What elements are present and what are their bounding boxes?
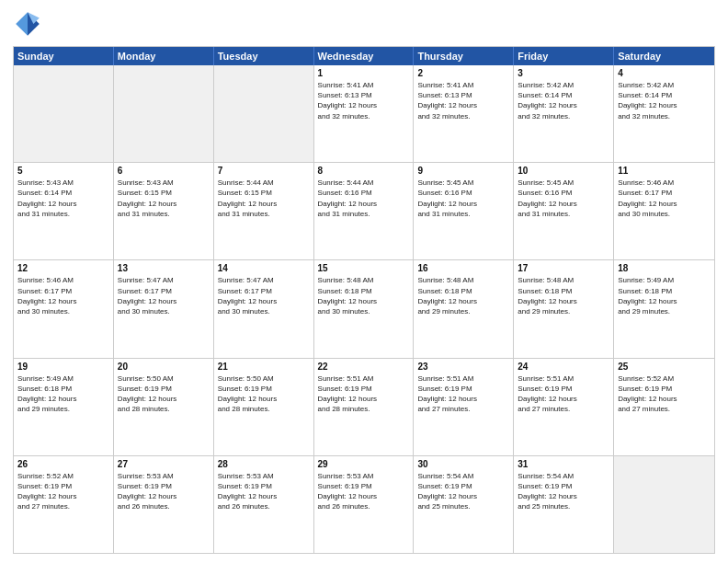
- calendar-cell: [114, 65, 214, 162]
- day-number: 30: [417, 459, 509, 469]
- calendar-cell: 26Sunrise: 5:52 AM Sunset: 6:19 PM Dayli…: [14, 456, 114, 553]
- calendar-cell: 4Sunrise: 5:42 AM Sunset: 6:14 PM Daylig…: [614, 65, 714, 162]
- cell-info: Sunrise: 5:51 AM Sunset: 6:19 PM Dayligh…: [417, 373, 509, 415]
- day-number: 12: [17, 263, 109, 273]
- calendar-cell: 14Sunrise: 5:47 AM Sunset: 6:17 PM Dayli…: [214, 260, 314, 357]
- calendar-row: 26Sunrise: 5:52 AM Sunset: 6:19 PM Dayli…: [14, 456, 714, 553]
- calendar-cell: 21Sunrise: 5:50 AM Sunset: 6:19 PM Dayli…: [214, 359, 314, 455]
- day-number: 9: [417, 166, 509, 176]
- cell-info: Sunrise: 5:41 AM Sunset: 6:13 PM Dayligh…: [417, 80, 509, 121]
- day-number: 1: [318, 68, 410, 78]
- day-number: 13: [118, 263, 210, 273]
- calendar-cell: 20Sunrise: 5:50 AM Sunset: 6:19 PM Dayli…: [114, 359, 214, 455]
- cell-info: Sunrise: 5:48 AM Sunset: 6:18 PM Dayligh…: [518, 275, 609, 316]
- cell-info: Sunrise: 5:54 AM Sunset: 6:19 PM Dayligh…: [518, 471, 609, 512]
- cell-info: Sunrise: 5:52 AM Sunset: 6:19 PM Dayligh…: [618, 373, 711, 415]
- day-number: 14: [218, 263, 310, 273]
- calendar-row: 1Sunrise: 5:41 AM Sunset: 6:13 PM Daylig…: [14, 65, 714, 163]
- calendar-row: 5Sunrise: 5:43 AM Sunset: 6:14 PM Daylig…: [14, 163, 714, 260]
- calendar-cell: 3Sunrise: 5:42 AM Sunset: 6:14 PM Daylig…: [514, 65, 614, 162]
- cell-info: Sunrise: 5:51 AM Sunset: 6:19 PM Dayligh…: [518, 373, 609, 415]
- calendar-cell: 7Sunrise: 5:44 AM Sunset: 6:15 PM Daylig…: [214, 163, 314, 259]
- calendar-cell: 25Sunrise: 5:52 AM Sunset: 6:19 PM Dayli…: [614, 359, 714, 455]
- calendar-cell: 6Sunrise: 5:43 AM Sunset: 6:15 PM Daylig…: [114, 163, 214, 259]
- day-of-week-header: Sunday: [14, 47, 114, 65]
- cell-info: Sunrise: 5:44 AM Sunset: 6:15 PM Dayligh…: [218, 178, 310, 219]
- day-number: 27: [118, 459, 210, 469]
- cell-info: Sunrise: 5:48 AM Sunset: 6:18 PM Dayligh…: [318, 275, 410, 316]
- logo-icon: [13, 9, 42, 39]
- cell-info: Sunrise: 5:45 AM Sunset: 6:16 PM Dayligh…: [518, 178, 609, 219]
- cell-info: Sunrise: 5:42 AM Sunset: 6:14 PM Dayligh…: [518, 80, 609, 121]
- day-number: 3: [518, 68, 609, 78]
- calendar-cell: 2Sunrise: 5:41 AM Sunset: 6:13 PM Daylig…: [414, 65, 514, 162]
- cell-info: Sunrise: 5:49 AM Sunset: 6:18 PM Dayligh…: [618, 275, 711, 316]
- calendar-cell: 27Sunrise: 5:53 AM Sunset: 6:19 PM Dayli…: [114, 456, 214, 553]
- cell-info: Sunrise: 5:53 AM Sunset: 6:19 PM Dayligh…: [218, 471, 310, 512]
- day-number: 10: [518, 166, 609, 176]
- day-number: 7: [218, 166, 310, 176]
- day-number: 22: [318, 362, 410, 372]
- calendar-cell: 19Sunrise: 5:49 AM Sunset: 6:18 PM Dayli…: [14, 359, 114, 455]
- cell-info: Sunrise: 5:54 AM Sunset: 6:19 PM Dayligh…: [417, 471, 509, 512]
- calendar-cell: 11Sunrise: 5:46 AM Sunset: 6:17 PM Dayli…: [614, 163, 714, 259]
- cell-info: Sunrise: 5:47 AM Sunset: 6:17 PM Dayligh…: [218, 275, 310, 316]
- day-of-week-header: Friday: [514, 47, 614, 65]
- logo: [13, 9, 46, 39]
- calendar-body: 1Sunrise: 5:41 AM Sunset: 6:13 PM Daylig…: [14, 65, 714, 553]
- day-number: 26: [17, 459, 109, 469]
- cell-info: Sunrise: 5:43 AM Sunset: 6:14 PM Dayligh…: [17, 178, 109, 219]
- calendar-cell: 8Sunrise: 5:44 AM Sunset: 6:16 PM Daylig…: [314, 163, 415, 259]
- day-of-week-header: Thursday: [414, 47, 514, 65]
- day-of-week-header: Saturday: [614, 47, 714, 65]
- cell-info: Sunrise: 5:44 AM Sunset: 6:16 PM Dayligh…: [318, 178, 410, 219]
- cell-info: Sunrise: 5:43 AM Sunset: 6:15 PM Dayligh…: [118, 178, 210, 219]
- calendar-cell: 22Sunrise: 5:51 AM Sunset: 6:19 PM Dayli…: [314, 359, 415, 455]
- day-number: 15: [318, 263, 410, 273]
- calendar-cell: 23Sunrise: 5:51 AM Sunset: 6:19 PM Dayli…: [414, 359, 514, 455]
- svg-marker-1: [16, 12, 28, 36]
- calendar-cell: 30Sunrise: 5:54 AM Sunset: 6:19 PM Dayli…: [414, 456, 514, 553]
- calendar-cell: 12Sunrise: 5:46 AM Sunset: 6:17 PM Dayli…: [14, 260, 114, 357]
- day-number: 23: [417, 362, 509, 372]
- day-number: 2: [417, 68, 509, 78]
- calendar-header: SundayMondayTuesdayWednesdayThursdayFrid…: [14, 47, 714, 65]
- day-number: 20: [118, 362, 210, 372]
- cell-info: Sunrise: 5:51 AM Sunset: 6:19 PM Dayligh…: [318, 373, 410, 415]
- day-number: 5: [17, 166, 109, 176]
- cell-info: Sunrise: 5:50 AM Sunset: 6:19 PM Dayligh…: [118, 373, 210, 415]
- cell-info: Sunrise: 5:53 AM Sunset: 6:19 PM Dayligh…: [318, 471, 410, 512]
- page: SundayMondayTuesdayWednesdayThursdayFrid…: [0, 0, 728, 563]
- day-of-week-header: Tuesday: [214, 47, 314, 65]
- calendar-cell: [614, 456, 714, 553]
- calendar-cell: 9Sunrise: 5:45 AM Sunset: 6:16 PM Daylig…: [414, 163, 514, 259]
- calendar-cell: 28Sunrise: 5:53 AM Sunset: 6:19 PM Dayli…: [214, 456, 314, 553]
- cell-info: Sunrise: 5:49 AM Sunset: 6:18 PM Dayligh…: [17, 373, 109, 415]
- day-number: 28: [218, 459, 310, 469]
- day-number: 6: [118, 166, 210, 176]
- day-number: 19: [17, 362, 109, 372]
- day-number: 24: [518, 362, 609, 372]
- calendar-cell: 1Sunrise: 5:41 AM Sunset: 6:13 PM Daylig…: [314, 65, 415, 162]
- cell-info: Sunrise: 5:53 AM Sunset: 6:19 PM Dayligh…: [118, 471, 210, 512]
- cell-info: Sunrise: 5:41 AM Sunset: 6:13 PM Dayligh…: [318, 80, 410, 121]
- day-number: 11: [618, 166, 711, 176]
- cell-info: Sunrise: 5:50 AM Sunset: 6:19 PM Dayligh…: [218, 373, 310, 415]
- calendar-cell: 31Sunrise: 5:54 AM Sunset: 6:19 PM Dayli…: [514, 456, 614, 553]
- cell-info: Sunrise: 5:42 AM Sunset: 6:14 PM Dayligh…: [618, 80, 711, 121]
- cell-info: Sunrise: 5:46 AM Sunset: 6:17 PM Dayligh…: [618, 178, 711, 219]
- calendar-cell: 17Sunrise: 5:48 AM Sunset: 6:18 PM Dayli…: [514, 260, 614, 357]
- day-number: 8: [318, 166, 410, 176]
- day-of-week-header: Monday: [114, 47, 214, 65]
- day-number: 31: [518, 459, 609, 469]
- header: [13, 9, 715, 39]
- calendar-cell: 16Sunrise: 5:48 AM Sunset: 6:18 PM Dayli…: [414, 260, 514, 357]
- day-number: 29: [318, 459, 410, 469]
- calendar-cell: [214, 65, 314, 162]
- cell-info: Sunrise: 5:46 AM Sunset: 6:17 PM Dayligh…: [17, 275, 109, 316]
- calendar-cell: 15Sunrise: 5:48 AM Sunset: 6:18 PM Dayli…: [314, 260, 415, 357]
- day-number: 25: [618, 362, 711, 372]
- calendar-cell: 5Sunrise: 5:43 AM Sunset: 6:14 PM Daylig…: [14, 163, 114, 259]
- calendar: SundayMondayTuesdayWednesdayThursdayFrid…: [13, 46, 715, 554]
- day-number: 16: [417, 263, 509, 273]
